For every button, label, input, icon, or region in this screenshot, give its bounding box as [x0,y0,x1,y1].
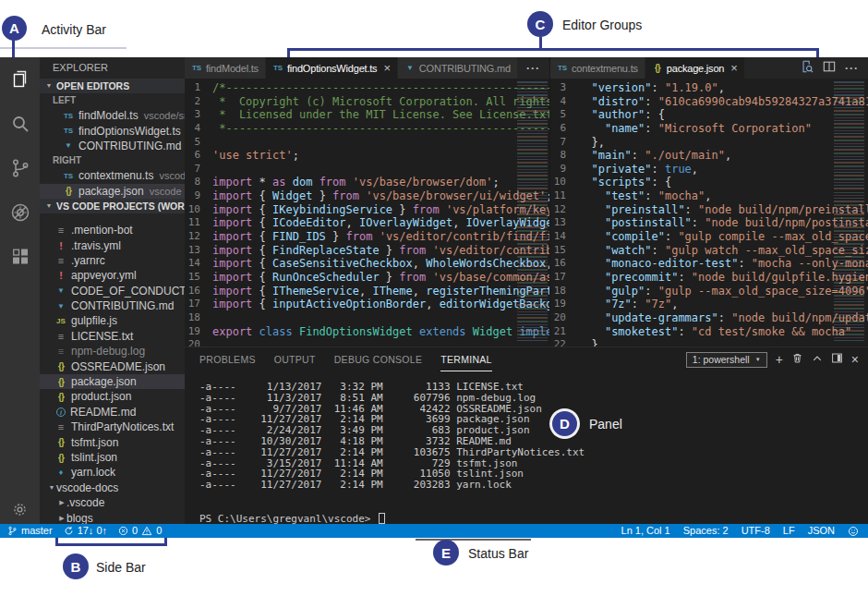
code-line[interactable]: 20 [185,338,549,347]
code-line[interactable]: 8import * as dom from 'vs/base/browser/d… [185,176,549,189]
tab-contextmenu.ts[interactable]: TScontextmenu.ts [550,57,645,79]
editor-right[interactable]: 3 "version": "1.19.0",4 "distro": "610ca… [549,79,868,347]
code-line[interactable]: 21 "smoketest": "cd test/smoke && mocha" [550,325,868,339]
file-item[interactable]: !.travis.yml [40,237,185,252]
code-line[interactable]: 11import { ICodeEditor, IOverlayWidget, … [185,216,549,230]
file-item[interactable]: ▼CONTRIBUTING.md [40,298,185,313]
kill-terminal-icon[interactable] [791,351,803,368]
code-line[interactable]: 14import { CaseSensitiveCheckbox, WholeW… [185,257,549,271]
folder-item[interactable]: ▶.vscode [40,495,185,510]
minimap-right[interactable] [834,81,864,342]
more-actions-icon[interactable]: ··· [526,62,540,75]
open-editors-header[interactable]: ▼ OPEN EDITORS [40,79,185,93]
code-line[interactable]: 17import { inputActiveOptionBorder, edit… [185,298,549,311]
code-line[interactable]: 13 "postinstall": "node build/npm/postin… [550,216,868,230]
close-panel-icon[interactable]: × [851,353,859,366]
code-line[interactable]: 8 "main": "./out/main", [550,149,868,163]
tab-package.json[interactable]: {}package.json× [645,57,745,79]
editor-left[interactable]: 1/*-------------------------------------… [185,79,549,347]
panel-tab-problems[interactable]: PROBLEMS [199,347,256,371]
file-item[interactable]: {}tsfmt.json [40,434,185,449]
file-item[interactable]: ♦yarn.lock [40,465,185,480]
code-line[interactable]: 22 }, [550,338,868,347]
code-line[interactable]: 15import { RunOnceScheduler } from 'vs/b… [185,271,549,285]
tab-findOptionsWidget.ts[interactable]: TSfindOptionsWidget.ts× [266,57,398,79]
code-line[interactable]: 3 "version": "1.19.0", [550,81,868,95]
split-editor-icon[interactable] [823,60,836,77]
open-editor-item[interactable]: TSfindModel.tsvscode/src/vs/... [40,108,185,123]
code-line[interactable]: 5 [185,136,549,150]
code-line[interactable]: 18 "gulp": "gulp --max_old_space_size=40… [550,285,868,298]
code-line[interactable]: 11 "test": "mocha", [550,189,868,203]
file-item[interactable]: !appveyor.yml [40,268,185,283]
debug-icon[interactable] [0,190,40,235]
folder-item[interactable]: ▶blogs [40,510,185,524]
code-line[interactable]: 3 * Licensed under the MIT License. See … [185,108,549,122]
git-sync-item[interactable]: 17↓ 0↑ [64,524,107,538]
explorer-icon[interactable] [0,57,40,102]
problems-item[interactable]: 0 0 [118,524,162,538]
file-item[interactable]: {}package.json [40,374,185,389]
open-editor-item[interactable]: ▼CONTRIBUTING.mdvscode [40,139,185,153]
split-panel-icon[interactable] [831,351,843,368]
file-item[interactable]: ▼CODE_OF_CONDUCT.md [40,284,185,298]
code-line[interactable]: 18 [185,311,549,325]
status-item[interactable]: JSON [808,524,835,538]
close-icon[interactable]: × [730,62,737,74]
open-editor-item[interactable]: TScontextmenu.tsvscode/src/... [40,168,185,183]
workspace-header[interactable]: ▼ VS CODE PROJECTS (WORKSPACE) [40,199,185,213]
find-icon[interactable] [801,60,814,77]
file-item[interactable]: JSgulpfile.js [40,313,185,328]
file-item[interactable]: ≡ThirdPartyNotices.txt [40,420,185,434]
code-line[interactable]: 5 "author": { [550,108,868,122]
minimap-left[interactable] [517,81,548,342]
open-editor-item[interactable]: TSfindOptionsWidget.tsvsco... [40,123,185,138]
folder-item[interactable]: ▼vscode-docs [40,480,185,495]
terminal-select[interactable]: 1: powershell ▼ [686,352,767,368]
code-line[interactable]: 19export class FindOptionsWidget extends… [185,325,549,339]
more-actions-icon[interactable]: ··· [845,62,859,75]
new-terminal-icon[interactable]: + [776,353,783,366]
code-line[interactable]: 6 "name": "Microsoft Corporation" [550,122,868,136]
code-line[interactable]: 14 "compile": "gulp compile --max_old_sp… [550,230,868,244]
status-item[interactable]: UTF-8 [741,524,770,538]
panel-tab-output[interactable]: OUTPUT [274,347,316,371]
file-item[interactable]: {}product.json [40,389,185,404]
file-item[interactable]: {}tslint.json [40,450,185,465]
code-line[interactable]: 6'use strict'; [185,149,549,163]
maximize-panel-icon[interactable] [812,351,823,368]
file-item[interactable]: iREADME.md [40,405,185,420]
code-line[interactable]: 9 "private": true, [550,163,868,176]
code-line[interactable]: 20 "update-grammars": "node build/npm/up… [550,311,868,325]
file-item[interactable]: ≡.mention-bot [40,223,185,237]
code-line[interactable]: 16 "monaco-editor-test": "mocha --only-m… [550,257,868,271]
git-branch-item[interactable]: master [7,524,53,538]
file-item[interactable]: ≡LICENSE.txt [40,329,185,344]
status-item[interactable]: Ln 1, Col 1 [621,524,670,538]
code-line[interactable]: 12import { FIND_IDS } from 'vs/editor/co… [185,230,549,244]
file-item[interactable]: ≡npm-debug.log [40,344,185,359]
feedback-smiley-icon[interactable] [848,526,859,537]
extensions-icon[interactable] [0,235,40,279]
code-line[interactable]: 16import { IThemeService, ITheme, regist… [185,285,549,298]
code-line[interactable]: 2 * Copyright (c) Microsoft Corporation.… [185,95,549,109]
terminal-output[interactable]: -a---- 1/13/2017 3:32 PM 1133 LICENSE.tx… [199,382,585,524]
panel-tab-debug-console[interactable]: DEBUG CONSOLE [334,347,423,371]
code-line[interactable]: 13import { FindReplaceState } from 'vs/e… [185,244,549,258]
open-editor-item[interactable]: {}package.jsonvscode [40,184,185,199]
code-line[interactable]: 4 "distro": "610ca6990cab94b59284327a374… [550,95,868,109]
code-line[interactable]: 7 }, [550,136,868,150]
code-line[interactable]: 17 "precommit": "node build/gulpfile.hyg… [550,271,868,285]
code-line[interactable]: 19 "7z": "7z", [550,298,868,311]
code-line[interactable]: 4 *-------------------------------------… [185,122,549,136]
code-line[interactable]: 7 [185,163,549,176]
tab-findModel.ts[interactable]: TSfindModel.ts [185,57,266,79]
tab-CONTRIBUTING.md[interactable]: ▼CONTRIBUTING.md [398,57,518,79]
settings-gear-icon[interactable] [0,501,40,518]
code-line[interactable]: 1/*-------------------------------------… [185,81,549,95]
source-control-icon[interactable] [0,146,40,190]
file-item[interactable]: {}OSSREADME.json [40,359,185,373]
code-line[interactable]: 9import { Widget } from 'vs/base/browser… [185,189,549,203]
code-line[interactable]: 12 "preinstall": "node build/npm/preinst… [550,203,868,217]
code-line[interactable]: 10 "scripts": { [550,176,868,189]
